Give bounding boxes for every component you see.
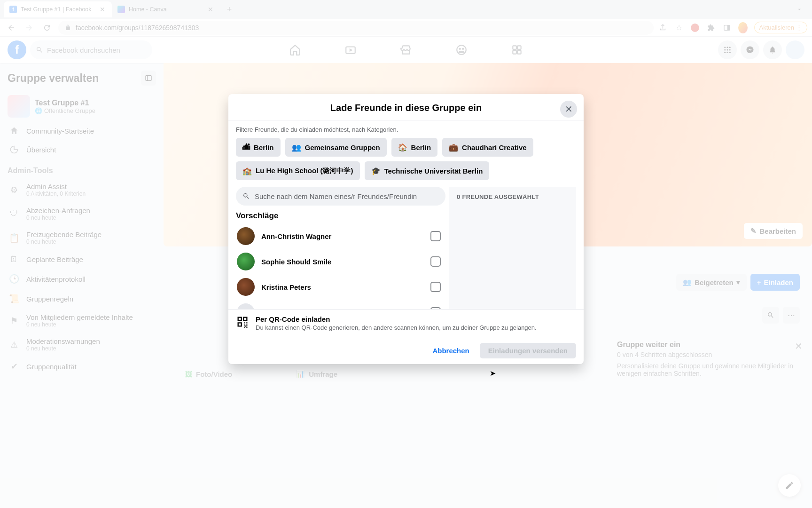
- send-invites-button[interactable]: Einladungen versenden: [480, 343, 576, 358]
- school-icon: 🎓: [371, 167, 381, 175]
- modal-header: Lade Freunde in diese Gruppe ein ✕: [228, 94, 584, 120]
- qr-description: Du kannst einen QR-Code generieren, den …: [256, 324, 537, 331]
- filter-chip-work[interactable]: 💼Chaudhari Creative: [442, 138, 533, 157]
- suggestions-heading: Vorschläge: [236, 211, 445, 221]
- friend-checkbox[interactable]: [430, 307, 441, 309]
- filter-chip-school-2[interactable]: 🎓Technische Universität Berlin: [365, 161, 490, 180]
- friend-avatar: [237, 227, 255, 245]
- school-icon: 🏫: [242, 167, 252, 175]
- selected-pane: 0 FREUNDE AUSGEWÄHLT: [449, 187, 576, 309]
- friend-checkbox[interactable]: [430, 231, 441, 241]
- qr-title: Per QR-Code einladen: [256, 315, 537, 323]
- friend-name: Kristina Peters: [261, 283, 424, 291]
- modal-title: Lade Freunde in diese Gruppe ein: [257, 103, 555, 113]
- friend-row[interactable]: Ann-Christin Wagner: [236, 223, 445, 249]
- friend-name: Suju Chaudhari: [261, 309, 424, 310]
- friend-row[interactable]: Kristina Peters: [236, 274, 445, 300]
- friends-pane: Suche nach dem Namen eines/r Freundes/Fr…: [236, 187, 449, 309]
- filter-chip-groups[interactable]: 👥Gemeinsame Gruppen: [285, 138, 387, 157]
- modal-overlay[interactable]: Lade Freunde in diese Gruppe ein ✕ Filte…: [0, 0, 812, 508]
- filter-chip-home[interactable]: 🏠Berlin: [391, 138, 438, 157]
- search-icon: [242, 192, 250, 200]
- modal-footer: Abbrechen Einladungen versenden: [228, 337, 584, 364]
- filter-hint: Filtere Freunde, die du einladen möchtes…: [236, 126, 576, 133]
- friend-name: Sophie Should Smile: [261, 258, 424, 266]
- groups-icon: 👥: [292, 143, 301, 152]
- briefcase-icon: 💼: [449, 143, 458, 152]
- friend-checkbox[interactable]: [430, 256, 441, 267]
- city-icon: 🏙: [242, 143, 250, 151]
- modal-body: Filtere Freunde, die du einladen möchtes…: [228, 120, 584, 309]
- qr-section[interactable]: Per QR-Code einladen Du kannst einen QR-…: [228, 309, 584, 337]
- friend-search-input[interactable]: Suche nach dem Namen eines/r Freundes/Fr…: [236, 187, 445, 206]
- friend-name: Ann-Christin Wagner: [261, 232, 424, 240]
- filter-chips: 🏙Berlin 👥Gemeinsame Gruppen 🏠Berlin 💼Cha…: [236, 138, 576, 180]
- home-icon: 🏠: [398, 143, 407, 152]
- selected-count: 0 FREUNDE AUSGEWÄHLT: [457, 193, 569, 200]
- cancel-button[interactable]: Abbrechen: [426, 343, 476, 358]
- friend-row[interactable]: Sophie Should Smile: [236, 249, 445, 274]
- qr-code-icon: [236, 315, 249, 328]
- friend-avatar: [237, 253, 255, 270]
- filter-chip-school-1[interactable]: 🏫Lu He High School (潞河中学): [236, 161, 360, 180]
- friend-avatar: [237, 303, 255, 309]
- filter-chip-city[interactable]: 🏙Berlin: [236, 138, 281, 157]
- modal-close-button[interactable]: ✕: [560, 101, 577, 118]
- invite-modal: Lade Freunde in diese Gruppe ein ✕ Filte…: [228, 94, 584, 364]
- friend-checkbox[interactable]: [430, 282, 441, 292]
- search-placeholder: Suche nach dem Namen eines/r Freundes/Fr…: [255, 192, 417, 200]
- friend-row[interactable]: Suju Chaudhari: [236, 300, 445, 309]
- friend-avatar: [237, 278, 255, 296]
